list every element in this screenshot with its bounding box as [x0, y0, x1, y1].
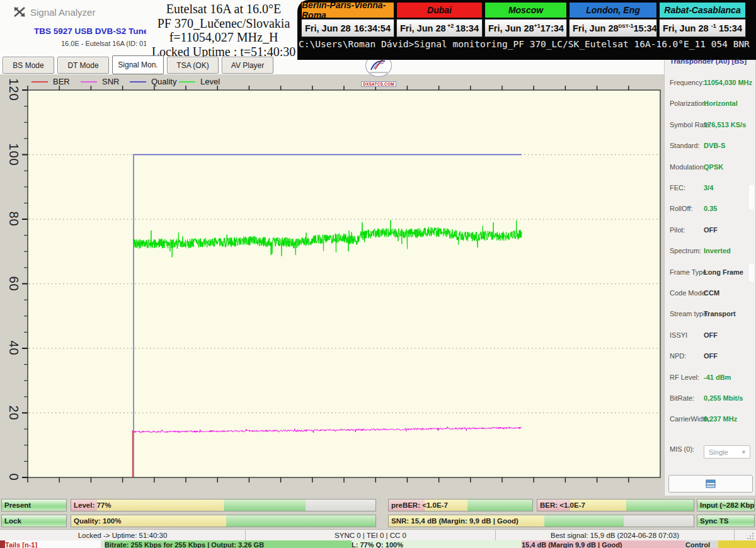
signal-chart — [0, 83, 662, 498]
clock-city-label: Rabat-Casablanca — [659, 2, 746, 18]
transponder-row-frametype: Frame Type:Long Frame — [665, 268, 756, 278]
y-axis-tick-label: 0 — [6, 463, 21, 492]
transponder-row-issyi: ISSYIOFF — [665, 331, 756, 341]
transponder-row-standard: Standard:DVB-S — [665, 142, 756, 152]
window-title: Signal Analyzer — [30, 7, 95, 18]
clock-city-label: London, Eng — [569, 2, 657, 18]
clipped-background-row: Tails [n-1]Bitrate: 255 Kbps for 255 Kbp… — [0, 540, 756, 548]
legend-dash-level — [179, 81, 195, 83]
transponder-label: Frame Type: — [670, 268, 709, 276]
clock-date: Fri, Jun 28 — [663, 23, 709, 33]
transponder-value: 3/4 — [704, 184, 713, 191]
y-axis-tick-label: 80 — [6, 205, 21, 234]
annotation-overlay: Eutelsat 16A at 16.0°E PF 370_Lučenec/Sl… — [146, 0, 301, 60]
clock-city-label: Berlin-Paris-Vienna-Roma — [301, 2, 394, 18]
tab-tsa-ok-[interactable]: TSA (OK) — [167, 57, 219, 74]
indicator-sync-ts: Sync TS — [697, 515, 755, 527]
transponder-value: Inverted — [704, 247, 731, 254]
transponder-value: 0,255 Mbit/s — [704, 394, 743, 402]
indicator-level: Level: 77% — [71, 499, 376, 511]
transponder-row-frequency: Frequency:11054,030 MHz — [665, 79, 756, 89]
clock-time: Fri, Jun 2816:34:54 — [301, 19, 394, 37]
world-clocks: Berlin-Paris-Vienna-RomaFri, Jun 2816:34… — [301, 2, 753, 37]
transponder-value: 176,513 KS/s — [704, 121, 746, 128]
indicator-label-lock: Lock — [4, 517, 21, 525]
panel-scrollbar[interactable] — [749, 132, 754, 447]
bar-segment-green — [226, 515, 375, 527]
clock-date: Fri, Jun 28 — [305, 23, 351, 33]
transponder-value: CCM — [704, 289, 719, 297]
clock-city-label: Moscow — [484, 2, 567, 18]
y-axis-tick-label: 100 — [6, 140, 21, 169]
mis-dropdown-value: Single — [709, 448, 728, 456]
scrollbar-thumb[interactable] — [749, 185, 754, 209]
clock-utc-offset: DST-1 — [619, 23, 634, 29]
transponder-row-symbolrate: Symbol Rate:176,513 KS/s — [665, 121, 756, 131]
clipped-segment-0 — [0, 540, 5, 548]
clock-rabat-casablanca: Rabat-CasablancaFri, Jun 28-115:34 — [659, 2, 746, 37]
clock-london-eng: London, EngFri, Jun 28DST-115:34:54 — [569, 2, 657, 37]
transponder-save-button[interactable] — [668, 475, 753, 493]
annotation-frequency: f=11054,027 MHz_H — [146, 30, 301, 45]
tab-av-player[interactable]: AV Player — [222, 57, 273, 74]
statusbar-cell-0: Locked -> Uptime: 51:40:30 — [0, 530, 246, 541]
tab-bs-mode[interactable]: BS Mode — [3, 57, 54, 74]
clipped-segment-1: Tails [n-1] — [5, 540, 101, 548]
transponder-value: OFF — [704, 226, 718, 234]
indicator-label-present: Present — [4, 501, 31, 509]
clipped-segment-6: Control — [685, 540, 718, 548]
clipped-text: Bitrate: 255 Kbps for 255 Kbps | Output:… — [105, 541, 264, 548]
y-axis-tick-label: 40 — [6, 334, 21, 363]
clock-utc-offset: +2 — [446, 23, 455, 29]
clock-utc-offset: +1 — [534, 23, 541, 29]
indicator-lock: Lock — [1, 515, 67, 527]
tab-signal-mon-[interactable]: Signal Mon. — [112, 55, 164, 74]
transponder-row-polarization: Polarization:Horizontal — [665, 100, 756, 110]
transponder-value: -41 dBm — [704, 374, 731, 381]
transponder-row-streamtype: Stream type:Transport — [665, 310, 756, 320]
transponder-label: Standard: — [670, 142, 700, 149]
clock-dubai: DubaiFri, Jun 28+218:34 — [396, 2, 483, 37]
indicator-quality: Quality: 100% — [71, 515, 376, 527]
clock-utc-offset: -1 — [709, 23, 719, 29]
bar-segment-yellow — [97, 499, 223, 511]
indicator-present: Present — [1, 499, 67, 511]
tab-dt-mode[interactable]: DT Mode — [57, 57, 109, 74]
clipped-text: Control — [685, 541, 710, 548]
transponder-value: Transport — [704, 310, 736, 317]
transponder-value: DVB-S — [704, 142, 725, 149]
status-bar: Locked -> Uptime: 51:40:30SYNC 0 | TEI 0… — [0, 529, 756, 541]
transponder-value: QPSK — [704, 163, 723, 171]
y-axis-tick-label: 20 — [6, 398, 21, 427]
bar-segment-gray — [306, 499, 375, 511]
indicator-ber: BER: <1.0E-7 — [537, 499, 694, 511]
scrollbar-thumb[interactable] — [749, 264, 754, 282]
transponder-label: Code Mode: — [670, 289, 707, 297]
transponder-label: Frequency: — [670, 79, 704, 86]
transponder-label: Modulation: — [670, 163, 706, 171]
mis-dropdown[interactable]: Single ▼ — [704, 445, 750, 459]
transponder-label: RF Level: — [670, 374, 699, 381]
clock-time: Fri, Jun 28+218:34 — [396, 19, 483, 37]
transponder-label: ISSYI — [670, 331, 687, 339]
chevron-down-icon: ▼ — [741, 449, 747, 455]
transponder-row-fec: FEC:3/4 — [665, 184, 756, 194]
app-logo-icon — [13, 5, 26, 19]
indicator-label-input: Input (~282 Kbps) — [700, 501, 755, 509]
transponder-value: Long Frame — [704, 268, 743, 276]
bar-segment-green — [224, 499, 306, 511]
bar-segment-gray — [624, 515, 694, 527]
tuner-name: TBS 5927 USB DVB-S2 Tuner — [34, 26, 152, 36]
indicator-label-preber: preBER: <1.0E-7 — [391, 501, 448, 509]
transponder-label: Spectrum: — [670, 247, 701, 254]
clock-console-panel: Berlin-Paris-Vienna-RomaFri, Jun 2816:34… — [297, 0, 756, 60]
transponder-value: OFF — [704, 352, 718, 360]
transponder-value: 0.35 — [704, 205, 717, 212]
indicator-label-sync-ts: Sync TS — [700, 517, 728, 525]
resize-grip[interactable] — [747, 532, 755, 540]
mis-label: MIS (0): — [670, 445, 694, 453]
annotation-satellite: Eutelsat 16A at 16.0°E — [146, 2, 301, 16]
clipped-segment-7 — [718, 540, 756, 548]
terminal-command-line: C:\Users\Roman Dávid>Signal monitoring_P… — [299, 39, 753, 54]
transponder-row-spectrum: Spectrum:Inverted — [665, 247, 756, 257]
